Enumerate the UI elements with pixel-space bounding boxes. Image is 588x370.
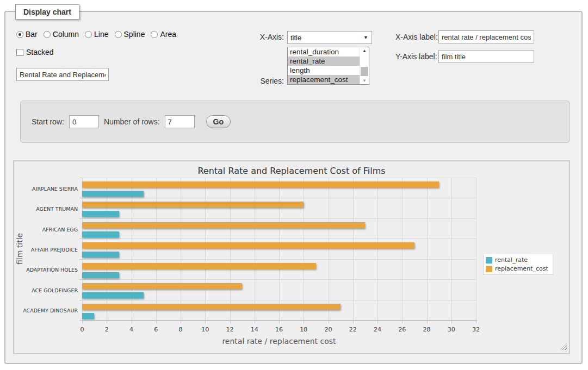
x-tick-mark (377, 321, 378, 323)
x-tick-mark (402, 321, 403, 323)
gridline-horizontal (82, 239, 476, 239)
gridline-horizontal (82, 300, 476, 300)
bar-replacement_cost-adaptation-holes[interactable] (82, 263, 316, 269)
x-tick-mark (156, 321, 157, 323)
y-tick-mark (79, 300, 82, 300)
y-axis-label-input[interactable] (438, 50, 534, 63)
x-tick-label: 12 (222, 326, 238, 333)
legend-item-rental_rate[interactable]: rental_rate (486, 256, 548, 264)
chart-type-option-spline[interactable]: Spline (115, 30, 145, 39)
radio-label: Area (160, 30, 176, 39)
series-option-rental_rate[interactable]: rental_rate (288, 57, 360, 66)
chart-type-option-bar[interactable]: Bar (16, 30, 38, 39)
display-chart-panel: Display chart BarColumnLineSplineArea St… (4, 11, 583, 364)
num-rows-input[interactable] (165, 115, 195, 128)
x-tick-label: 20 (320, 326, 337, 333)
category-label: ACADEMY DINOSAUR (14, 308, 78, 313)
bar-replacement_cost-african-egg[interactable] (82, 222, 365, 228)
bar-rental_rate-agent-truman[interactable] (82, 211, 119, 217)
row-controls-panel: Start row: Number of rows: Go (20, 101, 570, 143)
x-tick-label: 6 (148, 326, 164, 333)
x-tick-mark (230, 321, 231, 323)
start-row-input[interactable] (69, 115, 99, 128)
series-listbox[interactable]: rental_durationrental_ratelengthreplacem… (287, 47, 369, 85)
legend-swatch-icon (486, 257, 492, 264)
bar-replacement_cost-academy-dinosaur[interactable] (82, 304, 341, 310)
x-tick-mark (476, 321, 476, 323)
gridline-vertical (279, 178, 280, 320)
x-tick-label: 16 (271, 326, 287, 333)
scroll-up-icon[interactable]: ▲ (360, 47, 369, 54)
bar-replacement_cost-agent-truman[interactable] (82, 202, 304, 208)
bar-replacement_cost-ace-goldfinger[interactable] (82, 283, 242, 289)
x-tick-mark (304, 321, 304, 323)
series-option-rental_duration[interactable]: rental_duration (288, 47, 360, 57)
gridline-vertical (230, 178, 231, 320)
x-tick-label: 18 (295, 326, 312, 333)
y-tick-mark (79, 279, 82, 280)
legend-swatch-icon (486, 266, 492, 272)
gridline-horizontal (82, 259, 476, 260)
bar-replacement_cost-airplane-sierra[interactable] (82, 181, 439, 187)
bar-replacement_cost-affair-prejudice[interactable] (82, 242, 414, 248)
x-axis-title: rental rate / replacement cost (82, 337, 476, 346)
radio-label: Bar (26, 30, 38, 39)
x-tick-label: 14 (246, 326, 263, 333)
scroll-down-icon[interactable]: ▼ (360, 77, 369, 84)
y-axis-label-label: Y-Axis label: (395, 52, 437, 61)
radio-icon[interactable] (44, 31, 51, 38)
scrollbar-thumb[interactable] (361, 67, 368, 76)
x-axis-label-input[interactable] (438, 30, 534, 43)
chart-type-option-area[interactable]: Area (151, 30, 176, 39)
gridline-vertical (82, 178, 83, 320)
legend-item-replacement_cost[interactable]: replacement_cost (486, 265, 548, 272)
radio-icon[interactable] (16, 31, 23, 38)
chart-type-option-column[interactable]: Column (44, 30, 79, 39)
gridline-vertical (304, 178, 304, 320)
num-rows-label: Number of rows: (104, 117, 160, 126)
y-tick-mark (79, 218, 82, 219)
y-axis-title: film title (15, 233, 24, 265)
series-option-length[interactable]: length (288, 66, 360, 75)
category-label: AFRICAN EGG (14, 227, 78, 233)
x-tick-label: 2 (98, 326, 115, 333)
bar-rental_rate-african-egg[interactable] (82, 231, 119, 237)
x-axis-label-label: X-Axis label: (395, 33, 438, 41)
chart-title: Rental Rate and Replacement Cost of Film… (14, 166, 569, 176)
resize-grip-icon[interactable] (560, 343, 567, 350)
go-button[interactable]: Go (206, 115, 231, 128)
bar-rental_rate-ace-goldfinger[interactable] (82, 292, 144, 298)
x-axis-select-label: X-Axis: (223, 33, 284, 41)
gridline-vertical (205, 178, 206, 320)
bar-rental_rate-adaptation-holes[interactable] (82, 272, 119, 278)
x-tick-label: 22 (345, 326, 361, 333)
chart-legend: rental_ratereplacement_cost (483, 254, 553, 275)
radio-icon[interactable] (85, 31, 92, 38)
radio-label: Spline (124, 30, 145, 39)
bar-rental_rate-affair-prejudice[interactable] (82, 252, 119, 258)
chart-title-input[interactable] (16, 68, 109, 81)
chart-container: Rental Rate and Replacement Cost of Film… (13, 160, 570, 354)
bar-rental_rate-academy-dinosaur[interactable] (82, 313, 94, 319)
gridline-vertical (181, 178, 181, 320)
gridline-vertical (132, 178, 132, 320)
panel-title: Display chart (15, 4, 79, 20)
gridline-vertical (156, 178, 157, 320)
category-label: ACE GOLDFINGER (14, 287, 78, 293)
page: Display chart BarColumnLineSplineArea St… (0, 0, 588, 370)
scrollbar[interactable]: ▲ ▼ (360, 47, 369, 84)
radio-icon[interactable] (115, 31, 122, 38)
gridline-vertical (255, 178, 255, 320)
x-tick-mark (427, 321, 428, 323)
chart-type-option-line[interactable]: Line (85, 30, 108, 39)
stacked-checkbox[interactable] (16, 49, 23, 56)
category-label: AIRPLANE SIERRA (14, 186, 78, 192)
series-list-label: Series: (223, 77, 284, 85)
radio-icon[interactable] (151, 31, 158, 38)
gridline-horizontal (82, 178, 476, 178)
x-tick-label: 4 (123, 326, 140, 333)
gridline-vertical (451, 178, 452, 320)
x-axis-select[interactable]: title ▼ (287, 31, 372, 44)
series-option-replacement_cost[interactable]: replacement_cost (288, 75, 360, 84)
bar-rental_rate-airplane-sierra[interactable] (82, 191, 144, 197)
